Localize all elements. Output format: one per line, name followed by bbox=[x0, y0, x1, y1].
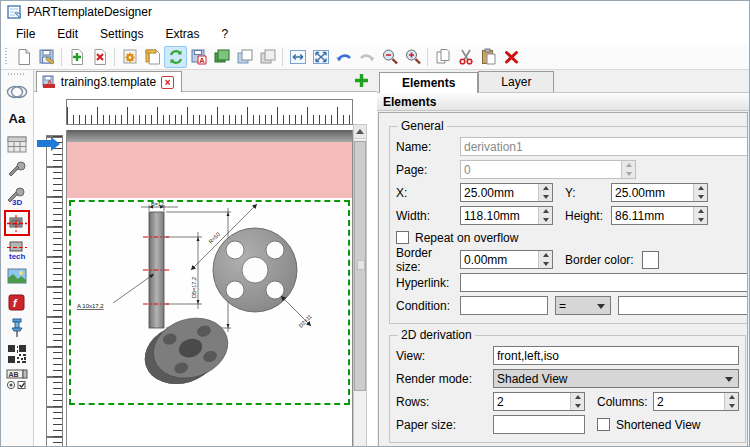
add-page-button[interactable] bbox=[65, 46, 88, 68]
menu-edit[interactable]: Edit bbox=[46, 25, 89, 43]
name-input[interactable] bbox=[460, 137, 748, 156]
columns-label: Columns: bbox=[585, 395, 653, 409]
y-field[interactable] bbox=[611, 183, 708, 202]
height-spinner[interactable] bbox=[693, 207, 707, 224]
spin-down-icon[interactable] bbox=[724, 402, 738, 411]
qrcode-tool-button[interactable] bbox=[4, 342, 30, 366]
spin-up-icon[interactable] bbox=[724, 393, 738, 402]
part-tool-button[interactable] bbox=[4, 158, 30, 182]
tab-elements[interactable]: Elements bbox=[379, 72, 478, 93]
scrollbar-thumb[interactable] bbox=[354, 141, 366, 391]
delete-button[interactable] bbox=[500, 46, 523, 68]
hyperlink-input[interactable] bbox=[460, 273, 748, 292]
undo-button[interactable] bbox=[332, 46, 355, 68]
tech-drawing-tool-icon: tech bbox=[6, 241, 28, 260]
spin-down-icon[interactable] bbox=[538, 193, 552, 202]
x-field[interactable] bbox=[460, 183, 553, 202]
qrcode-tool-icon bbox=[8, 345, 26, 363]
export-pdf-icon: A bbox=[190, 48, 208, 66]
border-size-field[interactable] bbox=[460, 250, 553, 269]
template-page[interactable]: B=12 D5=17,2 D=75 A 10x17,2 bbox=[66, 130, 353, 447]
shortened-view-checkbox[interactable] bbox=[597, 418, 610, 431]
menu-settings[interactable]: Settings bbox=[89, 25, 154, 43]
zoom-out-button[interactable] bbox=[378, 46, 401, 68]
template-setup-button[interactable] bbox=[141, 46, 164, 68]
page-settings-button[interactable] bbox=[118, 46, 141, 68]
tab-layer[interactable]: Layer bbox=[478, 71, 554, 92]
redo-button[interactable] bbox=[355, 46, 378, 68]
pin-tool-button[interactable] bbox=[4, 316, 30, 340]
page-input[interactable] bbox=[460, 160, 636, 179]
toolbar-grip[interactable] bbox=[3, 48, 9, 66]
tech-drawing-tool-button[interactable]: tech bbox=[4, 238, 30, 262]
vertical-scrollbar[interactable] bbox=[353, 124, 367, 447]
derivation-element-selected[interactable]: B=12 D5=17,2 D=75 A 10x17,2 bbox=[69, 200, 350, 405]
spin-down-icon[interactable] bbox=[538, 260, 552, 269]
paste-button[interactable] bbox=[477, 46, 500, 68]
overflow-band[interactable] bbox=[67, 142, 352, 198]
delete-page-button[interactable] bbox=[88, 46, 111, 68]
condition-operator-select[interactable]: = bbox=[555, 296, 611, 315]
new-document-button[interactable] bbox=[12, 46, 35, 68]
menu-file[interactable]: File bbox=[5, 25, 46, 43]
form-controls-tool-button[interactable]: AB bbox=[4, 368, 30, 392]
x-spinner[interactable] bbox=[538, 184, 552, 201]
derivation-2d-tool-button[interactable] bbox=[4, 210, 30, 236]
table-tool-button[interactable] bbox=[4, 132, 30, 156]
palette-grip[interactable] bbox=[8, 72, 26, 77]
condition-input-left[interactable] bbox=[460, 296, 548, 315]
spin-up-icon[interactable] bbox=[538, 251, 552, 260]
border-size-spinner[interactable] bbox=[538, 251, 552, 268]
copy-appearance-button[interactable] bbox=[256, 46, 279, 68]
menu-extras[interactable]: Extras bbox=[154, 25, 210, 43]
rows-field[interactable] bbox=[493, 392, 585, 411]
spin-up-icon[interactable] bbox=[538, 207, 552, 216]
cut-button[interactable] bbox=[454, 46, 477, 68]
page-field[interactable] bbox=[460, 160, 636, 179]
page-spinner[interactable] bbox=[621, 161, 635, 178]
height-field[interactable] bbox=[611, 206, 708, 225]
export-image-button[interactable] bbox=[210, 46, 233, 68]
tab-close-button[interactable]: × bbox=[161, 76, 174, 89]
spin-down-icon[interactable] bbox=[693, 216, 707, 225]
fit-page-button[interactable] bbox=[309, 46, 332, 68]
refresh-button[interactable] bbox=[164, 46, 187, 68]
render-mode-select[interactable]: Shaded View bbox=[493, 369, 739, 388]
spin-up-icon[interactable] bbox=[538, 184, 552, 193]
rows-spinner[interactable] bbox=[570, 393, 584, 410]
columns-field[interactable] bbox=[653, 392, 739, 411]
template-file-icon: A bbox=[42, 75, 56, 89]
spin-up-icon[interactable] bbox=[570, 393, 584, 402]
fit-width-button[interactable] bbox=[286, 46, 309, 68]
spin-down-icon[interactable] bbox=[621, 170, 635, 179]
copy-button[interactable] bbox=[431, 46, 454, 68]
shape-tool-button[interactable] bbox=[4, 80, 30, 104]
zoom-in-button[interactable] bbox=[401, 46, 424, 68]
spin-down-icon[interactable] bbox=[570, 402, 584, 411]
width-spinner[interactable] bbox=[538, 207, 552, 224]
view-input[interactable] bbox=[493, 346, 739, 365]
spin-down-icon[interactable] bbox=[538, 216, 552, 225]
menu-help[interactable]: ? bbox=[210, 25, 239, 43]
add-template-button[interactable] bbox=[354, 73, 369, 88]
text-tool-button[interactable]: Aa bbox=[4, 106, 30, 130]
part-3d-tool-button[interactable]: 3D bbox=[4, 184, 30, 208]
document-tab[interactable]: A training3.template × bbox=[36, 71, 182, 92]
flash-tool-button[interactable]: f bbox=[4, 290, 30, 314]
spin-up-icon[interactable] bbox=[621, 161, 635, 170]
duplicate-button[interactable] bbox=[233, 46, 256, 68]
columns-spinner[interactable] bbox=[724, 393, 738, 410]
spin-down-icon[interactable] bbox=[693, 193, 707, 202]
image-tool-button[interactable] bbox=[4, 264, 30, 288]
spin-up-icon[interactable] bbox=[693, 207, 707, 216]
condition-input-right[interactable] bbox=[618, 296, 748, 315]
repeat-on-overflow-checkbox[interactable] bbox=[396, 231, 409, 244]
export-pdf-button[interactable]: A bbox=[187, 46, 210, 68]
y-spinner[interactable] bbox=[693, 184, 707, 201]
spin-up-icon[interactable] bbox=[693, 184, 707, 193]
save-button[interactable] bbox=[35, 46, 58, 68]
paper-size-input[interactable] bbox=[493, 415, 585, 434]
width-field[interactable] bbox=[460, 206, 553, 225]
border-color-swatch[interactable] bbox=[642, 251, 659, 269]
scroll-up-button[interactable] bbox=[354, 125, 366, 139]
